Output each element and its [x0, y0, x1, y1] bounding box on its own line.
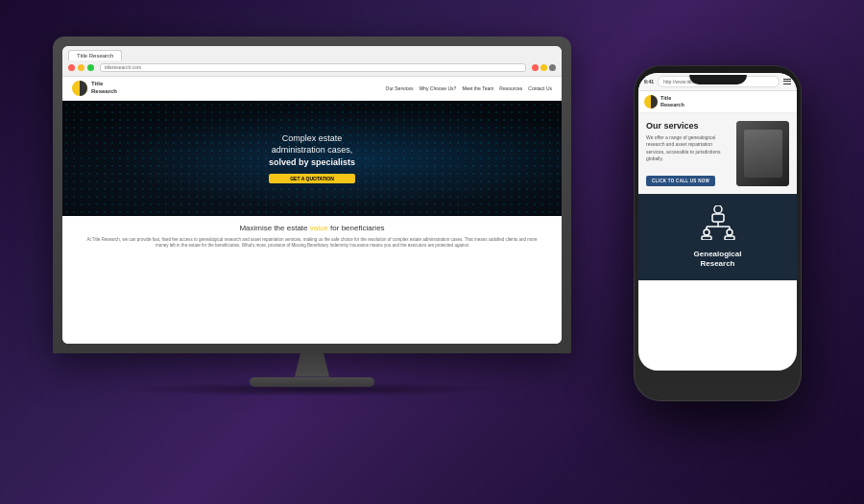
monitor-outer: Title Research titleresearch.com [53, 36, 571, 353]
svg-rect-1 [712, 214, 724, 222]
browser-toolbar: titleresearch.com [68, 63, 556, 72]
monitor-bezel: Title Research titleresearch.com [62, 46, 562, 344]
site-nav: Title Research Our Services Why Choose U… [62, 77, 562, 101]
browser-chrome: Title Research titleresearch.com [62, 46, 562, 77]
phone-services-image [736, 121, 789, 186]
logo-text-line2: Research [91, 88, 117, 95]
site-nav-links: Our Services Why Choose Us? Meet the Tea… [386, 85, 552, 91]
browser-icon-3 [549, 64, 556, 71]
genealogy-title-line1: Genealogical [694, 250, 742, 258]
site-below-hero: Maximise the estate value for beneficiar… [62, 216, 562, 344]
browser-min-btn[interactable] [78, 64, 84, 71]
hero-line1: Complex estate [282, 133, 343, 143]
browser-url: titleresearch.com [105, 64, 141, 70]
logo-icon [72, 81, 87, 96]
below-hero-body: At Title Research, we can provide fast, … [82, 237, 542, 251]
nav-link-services[interactable]: Our Services [386, 85, 414, 91]
hero-title: Complex estate administration cases, sol… [269, 132, 355, 169]
services-img-element [744, 130, 782, 178]
nav-link-contact[interactable]: Contact Us [528, 85, 552, 91]
scene: Title Research titleresearch.com [24, 17, 840, 488]
browser-icon-1 [532, 64, 539, 71]
svg-point-0 [714, 205, 722, 213]
phone-time: 9:41 [644, 79, 654, 84]
phone-logo-icon [644, 95, 658, 108]
phone-services-container: Our services We offer a range of genealo… [646, 121, 789, 186]
menu-line-3 [783, 84, 791, 84]
logo-text: Title Research [91, 81, 117, 94]
browser-tab-active[interactable]: Title Research [68, 50, 122, 60]
phone-logo-line2: Research [660, 102, 684, 108]
browser-tabs: Title Research [68, 50, 556, 60]
phone-device: 9:41 http://www.titleresearch.com [634, 65, 802, 401]
below-hero-title: Maximise the estate value for beneficiar… [82, 224, 542, 232]
browser-close-btn[interactable] [68, 64, 75, 71]
hero-line3: solved by specialists [269, 157, 355, 167]
phone-logo: Title Research [644, 95, 684, 108]
phone-screen: 9:41 http://www.titleresearch.com [638, 73, 797, 371]
hamburger-icon[interactable] [783, 79, 791, 84]
phone-nav: Title Research [638, 91, 797, 113]
monitor-stand-neck [283, 353, 341, 377]
nav-link-why[interactable]: Why Choose Us? [419, 85, 456, 91]
monitor: Title Research titleresearch.com [53, 36, 571, 382]
phone-services-section: Our services We offer a range of genealo… [638, 113, 797, 194]
services-img-overlay [736, 121, 789, 186]
menu-line-1 [783, 79, 791, 80]
logo-text-line1: Title [91, 81, 117, 87]
phone-cta-button[interactable]: CLICK TO CALL US NOW [646, 176, 715, 186]
phone-logo-text: Title Research [660, 95, 684, 108]
browser-address-bar[interactable]: titleresearch.com [100, 63, 526, 72]
phone-services-left: Our services We offer a range of genealo… [646, 121, 736, 186]
hero-text: Complex estate administration cases, sol… [269, 132, 355, 184]
svg-rect-7 [702, 236, 711, 240]
family-tree-svg [699, 205, 737, 240]
phone-services-body: We offer a range of genealogical researc… [646, 134, 732, 163]
phone-services-title: Our services [646, 121, 732, 131]
browser-max-btn[interactable] [87, 64, 94, 71]
site-content: Title Research Our Services Why Choose U… [62, 77, 562, 344]
monitor-device: Title Research titleresearch.com [53, 36, 571, 396]
browser-tab-label: Title Research [77, 53, 113, 59]
menu-line-2 [783, 81, 791, 82]
site-logo: Title Research [72, 81, 117, 96]
phone-genealogy-section: Genealogical Research [638, 194, 797, 281]
below-hero-highlight: value [310, 224, 328, 232]
hero-line2: administration cases, [272, 145, 353, 155]
genealogy-title-line2: Research [700, 259, 734, 268]
phone: 9:41 http://www.titleresearch.com [634, 65, 802, 401]
browser-icon-2 [540, 64, 547, 71]
monitor-screen: Title Research titleresearch.com [62, 46, 562, 344]
nav-link-team[interactable]: Meet the Team [462, 85, 493, 91]
hero-cta-button[interactable]: GET A QUOTATION [269, 174, 355, 183]
site-hero: Complex estate administration cases, sol… [62, 101, 562, 216]
genealogy-title: Genealogical Research [694, 250, 742, 270]
family-tree-icon [699, 205, 737, 244]
phone-logo-line1: Title [660, 95, 684, 102]
phone-notch [689, 75, 747, 84]
svg-rect-9 [725, 236, 734, 240]
nav-link-resources[interactable]: Resources [499, 85, 522, 91]
browser-extra-icons [532, 64, 556, 71]
monitor-stand-base [250, 377, 374, 387]
